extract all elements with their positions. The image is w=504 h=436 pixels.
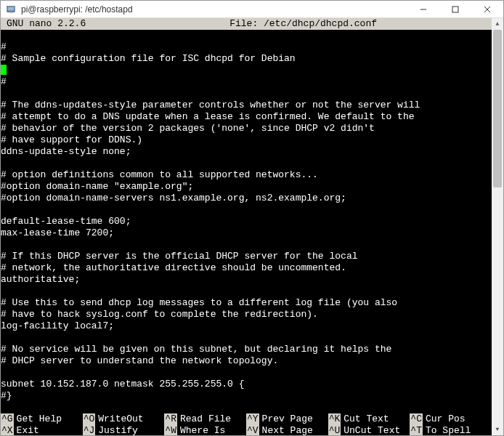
shortcut-key: ^O: [83, 413, 96, 425]
shortcut-label: Justify: [95, 425, 138, 435]
shortcut-item: ^WWhere Is: [164, 425, 246, 435]
shortcut-item: ^YPrev Page: [246, 413, 328, 425]
putty-icon: [5, 4, 17, 15]
shortcut-item: ^GGet Help: [1, 413, 83, 425]
shortcut-key: ^Y: [246, 413, 259, 425]
close-button[interactable]: [471, 1, 503, 17]
shortcut-key: ^K: [328, 413, 341, 425]
nano-shortcuts: ^GGet Help^OWriteOut^RRead File^YPrev Pa…: [1, 413, 492, 435]
editor-line: #option domain-name "example.org";: [1, 181, 492, 193]
text-cursor: [1, 65, 7, 75]
shortcut-label: To Spell: [423, 425, 471, 435]
editor-line: authoritative;: [1, 274, 492, 286]
scrollbar-track[interactable]: [492, 30, 503, 424]
editor-line: [1, 65, 492, 76]
editor-line: [1, 204, 492, 216]
shortcut-label: Cur Pos: [423, 413, 466, 425]
scrollbar-thumb[interactable]: [493, 30, 502, 187]
editor-line: [1, 158, 492, 169]
shortcut-key: ^C: [410, 413, 423, 425]
putty-window: pi@raspberrypi: /etc/hostapd GNU nano 2.…: [0, 0, 504, 436]
shortcut-label: Cut Text: [341, 413, 389, 425]
nano-app-version: GNU nano 2.2.6: [1, 18, 86, 30]
shortcut-key: ^X: [1, 425, 14, 435]
shortcut-label: UnCut Text: [341, 425, 400, 435]
editor-line: # DHCP server to understand the network …: [1, 355, 492, 367]
editor-body[interactable]: ## Sample configuration file for ISC dhc…: [1, 41, 492, 402]
svg-rect-2: [9, 12, 14, 13]
scroll-up-button[interactable]: ▲: [492, 18, 503, 30]
editor-line: [1, 88, 492, 100]
shortcut-key: ^G: [1, 413, 14, 425]
shortcut-key: ^T: [410, 425, 423, 435]
shortcut-key: ^V: [246, 425, 259, 435]
shortcut-item: ^TTo Spell: [410, 425, 492, 435]
shortcut-key: ^W: [164, 425, 177, 435]
editor-line: # The ddns-updates-style parameter contr…: [1, 100, 492, 111]
shortcut-key: ^J: [83, 425, 96, 435]
editor-line: [1, 367, 492, 379]
nano-header: GNU nano 2.2.6 File: /etc/dhcp/dhcpd.con…: [1, 18, 492, 30]
editor-line: # Sample configuration file for ISC dhcp…: [1, 53, 492, 65]
shortcut-label: WriteOut: [95, 413, 143, 425]
editor-line: #option domain-name-servers ns1.example.…: [1, 193, 492, 204]
svg-rect-4: [452, 7, 458, 12]
shortcut-item: ^KCut Text: [328, 413, 410, 425]
editor-line: # option definitions common to all suppo…: [1, 169, 492, 181]
window-titlebar: pi@raspberrypi: /etc/hostapd: [1, 1, 503, 18]
editor-line: # have support for DDNS.): [1, 134, 492, 146]
vertical-scrollbar[interactable]: ▲ ▼: [492, 18, 503, 435]
shortcut-key: ^U: [328, 425, 341, 435]
minimize-button[interactable]: [407, 1, 439, 17]
shortcut-item: ^JJustify: [83, 425, 165, 435]
editor-line: # behavior of the version 2 packages ('n…: [1, 123, 492, 134]
editor-line: ddns-update-style none;: [1, 146, 492, 158]
editor-line: # attempt to do a DNS update when a leas…: [1, 111, 492, 123]
editor-line: log-facility local7;: [1, 320, 492, 332]
editor-line: [1, 286, 492, 297]
editor-line: [1, 239, 492, 251]
blank-line: [1, 30, 492, 41]
shortcut-label: Prev Page: [259, 413, 313, 425]
shortcut-key: ^R: [164, 413, 177, 425]
editor-line: # Use this to send dhcp log messages to …: [1, 297, 492, 309]
shortcut-label: Where Is: [177, 425, 225, 435]
editor-line: #}: [1, 390, 492, 402]
scroll-down-button[interactable]: ▼: [492, 424, 503, 435]
shortcut-label: Exit: [14, 425, 39, 435]
nano-file-label: File: /etc/dhcp/dhcpd.conf: [86, 18, 492, 30]
editor-line: # If this DHCP server is the official DH…: [1, 251, 492, 262]
terminal-content: GNU nano 2.2.6 File: /etc/dhcp/dhcpd.con…: [1, 18, 492, 435]
editor-line: # have to hack syslog.conf to complete t…: [1, 309, 492, 320]
shortcut-item: ^UUnCut Text: [328, 425, 410, 435]
editor-line: #: [1, 76, 492, 88]
editor-line: default-lease-time 600;: [1, 216, 492, 227]
editor-line: #: [1, 41, 492, 53]
shortcut-item: ^XExit: [1, 425, 83, 435]
terminal-area[interactable]: GNU nano 2.2.6 File: /etc/dhcp/dhcpd.con…: [1, 18, 503, 435]
shortcut-item: ^VNext Page: [246, 425, 328, 435]
window-controls: [407, 1, 503, 17]
editor-line: [1, 332, 492, 344]
shortcut-label: Get Help: [14, 413, 62, 425]
editor-line: # network, the authoritative directive s…: [1, 262, 492, 274]
editor-line: max-lease-time 7200;: [1, 227, 492, 239]
shortcut-item: ^OWriteOut: [83, 413, 165, 425]
editor-line: subnet 10.152.187.0 netmask 255.255.255.…: [1, 379, 492, 390]
shortcut-item: ^CCur Pos: [410, 413, 492, 425]
blank-line: [1, 402, 492, 413]
editor-line: # No service will be given on this subne…: [1, 344, 492, 355]
window-title: pi@raspberrypi: /etc/hostapd: [21, 4, 407, 15]
shortcut-label: Read File: [177, 413, 231, 425]
shortcut-label: Next Page: [259, 425, 313, 435]
maximize-button[interactable]: [439, 1, 471, 17]
shortcut-item: ^RRead File: [164, 413, 246, 425]
svg-rect-1: [8, 7, 15, 10]
